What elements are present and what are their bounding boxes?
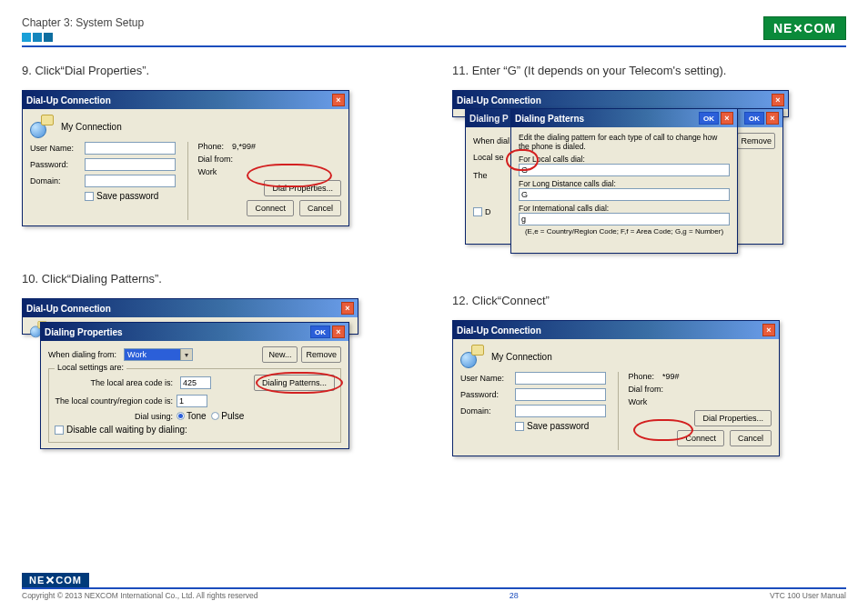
connection-name: My Connection — [491, 352, 552, 362]
domain-input[interactable] — [515, 405, 606, 417]
close-icon[interactable]: × — [332, 326, 345, 338]
close-icon[interactable]: × — [332, 94, 345, 106]
dialup-connection-window: Dial-Up Connection × My Connection User … — [452, 320, 780, 456]
dialfrom-label: Dial from: — [197, 155, 233, 164]
dialing-properties-window: Dialing Properties OK × When dialing fro… — [40, 322, 349, 449]
logo-x-icon — [793, 24, 802, 33]
tone-label: Tone — [187, 411, 207, 421]
checkbox[interactable] — [473, 207, 482, 216]
remove-button[interactable]: Remove — [301, 346, 341, 363]
connection-icon — [30, 115, 54, 138]
logo-x-icon — [45, 576, 55, 585]
ok-button[interactable]: OK — [699, 112, 719, 125]
close-icon[interactable]: × — [721, 112, 733, 125]
when-dialing-label: When dialing from: — [48, 350, 116, 359]
step-11-text: 11. Enter “G” (It depends on your Teleco… — [452, 64, 846, 77]
dialfrom-value: Work — [628, 397, 647, 406]
username-input[interactable] — [515, 372, 606, 385]
disable-cw-label: Disable call waiting by dialing: — [66, 425, 187, 435]
long-distance-label: For Long Distance calls dial: — [519, 179, 730, 188]
connection-icon — [460, 345, 484, 368]
phone-value: 9,*99# — [232, 142, 256, 151]
close-icon[interactable]: × — [772, 94, 784, 106]
dialing-patterns-desc: Edit the dialing pattern for each type o… — [519, 133, 730, 151]
window-title: Dial-Up Connection — [26, 304, 111, 314]
window-title: Dial-Up Connection — [457, 326, 541, 336]
close-icon[interactable]: × — [766, 112, 779, 125]
dialup-connection-window: Dial-Up Connection × My Connection User … — [22, 90, 349, 226]
dialfrom-label: Dial from: — [628, 385, 663, 394]
decorative-squares — [22, 33, 144, 42]
password-label: Password: — [30, 160, 85, 169]
local-calls-label: For Local calls dial: — [519, 155, 730, 164]
dialfrom-value: Work — [197, 167, 217, 176]
step-10-text: 10. Click“Dialing Patterns”. — [22, 272, 416, 285]
partial-the: The — [473, 171, 488, 180]
phone-value: *99# — [662, 372, 680, 381]
manual-title: VTC 100 User Manual — [770, 591, 846, 600]
area-code-label: The local area code is: — [55, 378, 173, 387]
local-calls-input[interactable] — [519, 164, 730, 176]
nexcom-logo: NECOM — [763, 16, 846, 40]
local-settings-label: Local settings are: — [55, 363, 126, 372]
chapter-heading: Chapter 3: System Setup — [22, 16, 144, 29]
connect-button[interactable]: Connect — [247, 200, 294, 216]
save-password-label: Save password — [96, 191, 158, 201]
window-title: Dialing Properties — [45, 327, 123, 337]
save-password-checkbox[interactable] — [85, 192, 94, 201]
dialing-patterns-button[interactable]: Dialing Patterns... — [254, 375, 335, 391]
cancel-button[interactable]: Cancel — [730, 430, 772, 446]
window-title: Dial-Up Connection — [457, 95, 541, 105]
close-icon[interactable]: × — [762, 324, 775, 336]
international-label: For International calls dial: — [519, 204, 730, 213]
dial-using-label: Dial using: — [55, 412, 173, 421]
domain-input[interactable] — [85, 175, 176, 187]
connect-button[interactable]: Connect — [677, 430, 724, 446]
dialing-legend: (E,e = Country/Region Code; F,f = Area C… — [519, 228, 730, 236]
international-input[interactable] — [519, 213, 730, 225]
page-number: 28 — [510, 591, 519, 600]
step-9-text: 9. Click“Dial Properties”. — [22, 64, 416, 77]
partial-when-dialing: When dial — [473, 136, 510, 145]
long-distance-input[interactable] — [519, 188, 730, 201]
window-title: Dialing Patterns — [515, 114, 584, 124]
pulse-label: Pulse — [221, 411, 244, 421]
country-code-label: The local country/region code is: — [55, 396, 173, 406]
username-label: User Name: — [30, 144, 85, 153]
username-label: User Name: — [460, 374, 515, 383]
window-title: Dial-Up Connection — [26, 95, 111, 105]
dial-properties-button[interactable]: Dial Properties... — [264, 180, 341, 196]
close-icon[interactable]: × — [341, 302, 354, 315]
tone-radio[interactable] — [177, 412, 185, 420]
ok-button[interactable]: OK — [310, 326, 330, 338]
footer-logo: NECOM — [22, 573, 89, 587]
username-input[interactable] — [85, 142, 176, 155]
partial-local-settings: Local se — [473, 153, 504, 162]
location-select[interactable]: Work — [124, 348, 193, 361]
password-input[interactable] — [515, 388, 606, 401]
country-code-input[interactable] — [177, 395, 207, 407]
step-12-text: 12. Click“Connect” — [452, 294, 846, 307]
new-button[interactable]: New... — [262, 346, 298, 363]
partial-d: D — [485, 207, 491, 216]
copyright-text: Copyright © 2013 NEXCOM International Co… — [22, 591, 258, 600]
connection-name: My Connection — [61, 122, 122, 132]
disable-cw-checkbox[interactable] — [55, 426, 64, 435]
ok-button[interactable]: OK — [744, 112, 764, 125]
dialing-patterns-window: Dialing Patterns OK × Edit the dialing p… — [510, 108, 738, 254]
phone-label: Phone: — [628, 372, 654, 381]
password-label: Password: — [460, 390, 515, 399]
dial-properties-button[interactable]: Dial Properties... — [694, 410, 772, 426]
area-code-input[interactable] — [180, 376, 211, 389]
cancel-button[interactable]: Cancel — [299, 200, 341, 216]
save-password-checkbox[interactable] — [515, 422, 524, 431]
pulse-radio[interactable] — [211, 412, 219, 420]
domain-label: Domain: — [460, 406, 515, 416]
save-password-label: Save password — [527, 421, 589, 431]
domain-label: Domain: — [30, 176, 85, 185]
phone-label: Phone: — [197, 142, 224, 151]
remove-button[interactable]: Remove — [737, 133, 775, 149]
password-input[interactable] — [85, 158, 176, 171]
